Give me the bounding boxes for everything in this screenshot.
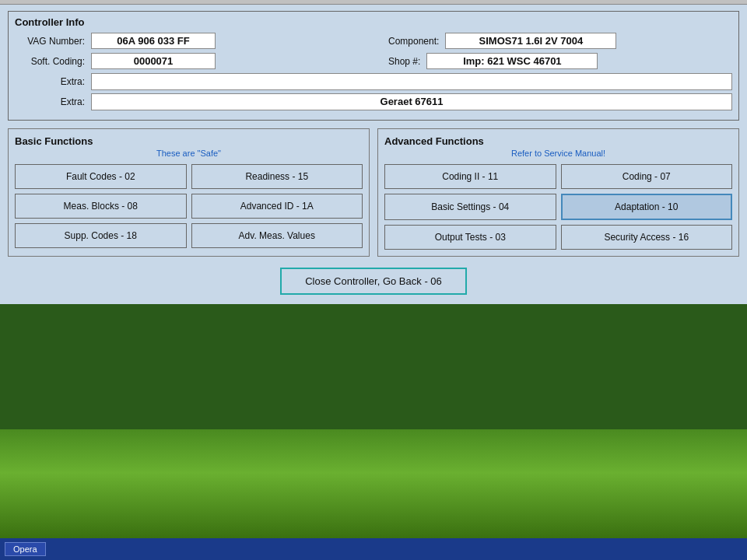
basic-functions-grid: Fault Codes - 02 Readiness - 15 Meas. Bl…	[15, 164, 363, 248]
basic-functions-title: Basic Functions	[15, 135, 363, 147]
advanced-functions-title: Advanced Functions	[384, 135, 732, 147]
adv-meas-values-button[interactable]: Adv. Meas. Values	[191, 223, 363, 248]
component-value: SIMOS71 1.6I 2V 7004	[445, 33, 616, 49]
main-window: Controller Info VAG Number: 06A 906 033 …	[0, 5, 747, 304]
extra1-value	[91, 73, 732, 90]
close-controller-button[interactable]: Close Controller, Go Back - 06	[280, 268, 467, 295]
close-btn-row: Close Controller, Go Back - 06	[8, 268, 739, 295]
extra2-value: Geraet 67611	[91, 93, 732, 110]
shop-value: Imp: 621 WSC 46701	[426, 53, 598, 69]
vag-value: 06A 906 033 FF	[91, 33, 216, 49]
output-tests-button[interactable]: Output Tests - 03	[384, 225, 556, 250]
advanced-functions-grid: Coding II - 11 Coding - 07 Basic Setting…	[384, 164, 732, 250]
taskbar: Opera	[0, 538, 747, 560]
fault-codes-button[interactable]: Fault Codes - 02	[15, 164, 187, 189]
extra2-label: Extra:	[15, 96, 85, 107]
vag-left: VAG Number: 06A 906 033 FF	[15, 33, 366, 49]
vag-label: VAG Number:	[15, 36, 85, 47]
extra2-row: Extra: Geraet 67611	[15, 93, 732, 110]
advanced-id-button[interactable]: Advanced ID - 1A	[191, 194, 363, 219]
soft-left: Soft. Coding: 0000071	[15, 53, 366, 69]
opera-taskbar-item[interactable]: Opera	[5, 542, 46, 556]
shop-right: Shop #: Imp: 621 WSC 46701	[381, 53, 732, 69]
supp-codes-button[interactable]: Supp. Codes - 18	[15, 223, 187, 248]
extra1-label: Extra:	[15, 76, 85, 87]
soft-value: 0000071	[91, 53, 216, 69]
coding-button[interactable]: Coding - 07	[561, 164, 733, 189]
security-access-button[interactable]: Security Access - 16	[561, 225, 733, 250]
adaptation-button[interactable]: Adaptation - 10	[561, 194, 733, 220]
component-right: Component: SIMOS71 1.6I 2V 7004	[381, 33, 732, 49]
background-nature	[0, 429, 747, 538]
controller-info-box: Controller Info VAG Number: 06A 906 033 …	[8, 11, 739, 121]
basic-functions-subtitle: These are "Safe"	[15, 149, 363, 158]
soft-row: Soft. Coding: 0000071 Shop #: Imp: 621 W…	[15, 53, 732, 69]
extra1-row: Extra:	[15, 73, 732, 90]
advanced-functions-panel: Advanced Functions Refer to Service Manu…	[377, 128, 739, 257]
basic-settings-button[interactable]: Basic Settings - 04	[384, 194, 556, 220]
shop-label: Shop #:	[388, 56, 420, 67]
controller-info-title: Controller Info	[15, 16, 732, 28]
soft-label: Soft. Coding:	[15, 56, 85, 67]
readiness-button[interactable]: Readiness - 15	[191, 164, 363, 189]
advanced-functions-subtitle: Refer to Service Manual!	[384, 149, 732, 158]
basic-functions-panel: Basic Functions These are "Safe" Fault C…	[8, 128, 370, 257]
meas-blocks-button[interactable]: Meas. Blocks - 08	[15, 194, 187, 219]
coding-ii-button[interactable]: Coding II - 11	[384, 164, 556, 189]
component-label: Component:	[388, 36, 439, 47]
functions-section: Basic Functions These are "Safe" Fault C…	[8, 128, 739, 257]
vag-row: VAG Number: 06A 906 033 FF Component: SI…	[15, 33, 732, 49]
